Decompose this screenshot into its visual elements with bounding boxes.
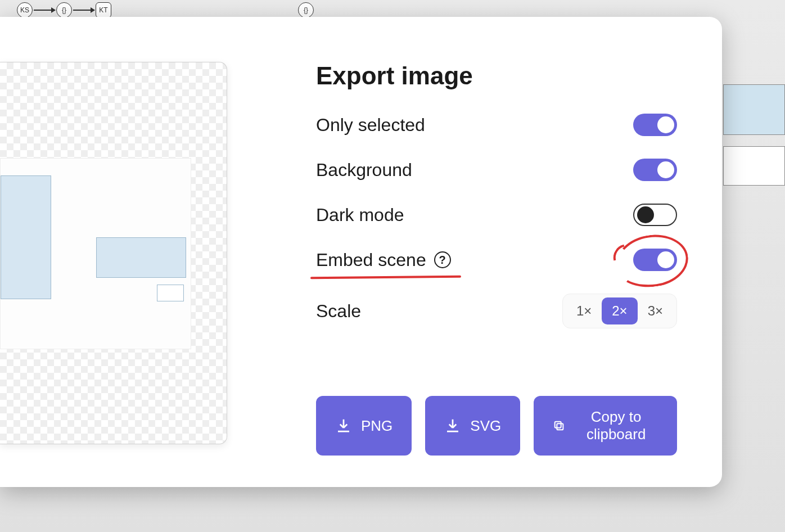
preview-content	[0, 158, 191, 349]
bg-arrow	[73, 10, 94, 11]
help-icon[interactable]: ?	[434, 251, 451, 268]
download-icon	[335, 417, 352, 434]
scale-option-3x[interactable]: 3×	[638, 297, 673, 324]
preview-card	[0, 62, 227, 444]
bg-arrow	[34, 10, 55, 11]
row-dark-mode: Dark mode	[316, 204, 677, 226]
background-label: Background	[316, 160, 412, 181]
scale-option-1x[interactable]: 1×	[566, 297, 602, 324]
background-toggle[interactable]	[633, 159, 677, 181]
dark-mode-label: Dark mode	[316, 205, 404, 226]
embed-scene-label-wrap: Embed scene ?	[316, 250, 451, 270]
export-svg-label: SVG	[470, 417, 501, 435]
scale-option-2x[interactable]: 2×	[602, 297, 637, 324]
download-icon	[444, 417, 461, 434]
row-background: Background	[316, 159, 677, 181]
scale-segmented: 1× 2× 3×	[562, 294, 677, 328]
scale-label: Scale	[316, 301, 361, 322]
dialog-title: Export image	[316, 62, 677, 90]
only-selected-toggle[interactable]	[633, 114, 677, 136]
svg-rect-0	[557, 423, 563, 430]
preview-column	[0, 17, 232, 487]
svg-rect-1	[555, 422, 561, 428]
copy-icon	[553, 417, 565, 434]
export-png-button[interactable]: PNG	[316, 396, 412, 456]
controls-column: Export image Only selected Background Da…	[232, 17, 722, 487]
bg-panel	[723, 146, 785, 186]
export-image-dialog: Export image Only selected Background Da…	[0, 17, 722, 487]
actions-row: PNG SVG Copy to clipboard	[316, 396, 677, 456]
only-selected-label: Only selected	[316, 115, 425, 136]
copy-clipboard-button[interactable]: Copy to clipboard	[534, 396, 677, 456]
embed-scene-toggle[interactable]	[633, 249, 677, 271]
row-scale: Scale 1× 2× 3×	[316, 294, 677, 328]
bg-node: {}	[298, 2, 314, 18]
row-only-selected: Only selected	[316, 114, 677, 136]
bg-panel	[723, 84, 785, 135]
copy-clipboard-label: Copy to clipboard	[574, 408, 658, 443]
row-embed-scene: Embed scene ?	[316, 249, 677, 271]
annotation-underline	[310, 275, 461, 278]
dark-mode-toggle[interactable]	[633, 204, 677, 226]
bg-node: {}	[56, 2, 72, 18]
bg-node: KS	[17, 2, 33, 18]
export-svg-button[interactable]: SVG	[425, 396, 520, 456]
embed-scene-label: Embed scene	[316, 250, 426, 270]
export-png-label: PNG	[361, 417, 393, 435]
bg-node: KT	[96, 2, 111, 18]
